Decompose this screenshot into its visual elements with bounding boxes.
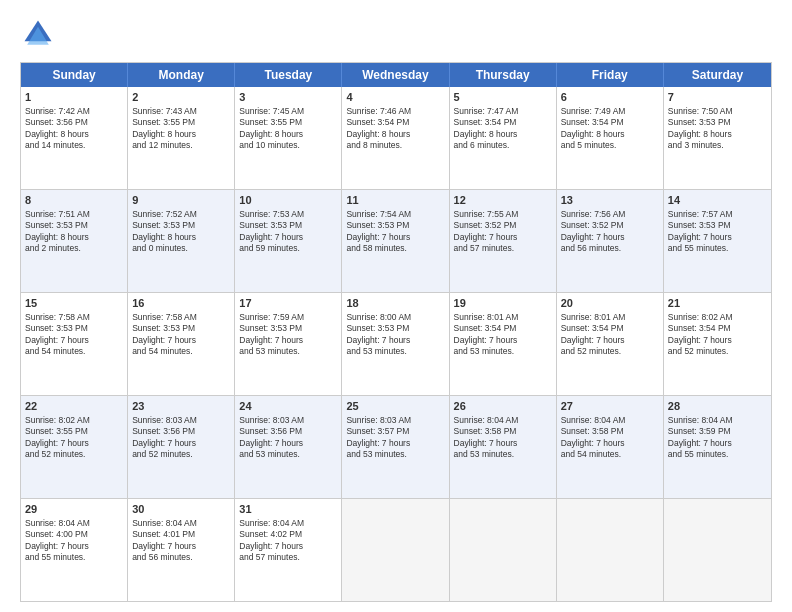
day-info: Sunrise: 8:03 AM: [132, 415, 230, 426]
day-info: Sunrise: 7:58 AM: [25, 312, 123, 323]
day-info: Daylight: 8 hours: [132, 232, 230, 243]
day-info: Daylight: 8 hours: [25, 232, 123, 243]
day-info: Sunrise: 8:00 AM: [346, 312, 444, 323]
day-info: Daylight: 8 hours: [25, 129, 123, 140]
calendar-cell: 18Sunrise: 8:00 AMSunset: 3:53 PMDayligh…: [342, 293, 449, 395]
day-info: Sunrise: 8:04 AM: [561, 415, 659, 426]
day-number: 10: [239, 193, 337, 208]
day-info: Daylight: 7 hours: [346, 335, 444, 346]
day-info: and 53 minutes.: [239, 346, 337, 357]
day-info: Daylight: 7 hours: [454, 438, 552, 449]
day-number: 13: [561, 193, 659, 208]
day-info: and 52 minutes.: [561, 346, 659, 357]
day-info: Sunrise: 7:42 AM: [25, 106, 123, 117]
day-info: Sunrise: 7:46 AM: [346, 106, 444, 117]
calendar-cell: 29Sunrise: 8:04 AMSunset: 4:00 PMDayligh…: [21, 499, 128, 601]
day-number: 5: [454, 90, 552, 105]
day-info: Sunset: 3:54 PM: [668, 323, 767, 334]
day-info: and 10 minutes.: [239, 140, 337, 151]
day-info: Sunset: 3:52 PM: [561, 220, 659, 231]
day-info: and 53 minutes.: [346, 346, 444, 357]
day-info: Sunset: 3:52 PM: [454, 220, 552, 231]
day-number: 21: [668, 296, 767, 311]
logo-icon: [20, 16, 56, 52]
day-info: Sunset: 3:53 PM: [346, 323, 444, 334]
day-number: 25: [346, 399, 444, 414]
weekday-header: Sunday: [21, 63, 128, 87]
day-info: and 56 minutes.: [132, 552, 230, 563]
day-number: 18: [346, 296, 444, 311]
calendar-cell: 1Sunrise: 7:42 AMSunset: 3:56 PMDaylight…: [21, 87, 128, 189]
day-info: Daylight: 7 hours: [132, 541, 230, 552]
day-info: Daylight: 7 hours: [561, 335, 659, 346]
calendar-cell: 27Sunrise: 8:04 AMSunset: 3:58 PMDayligh…: [557, 396, 664, 498]
day-info: and 57 minutes.: [239, 552, 337, 563]
calendar-cell: 4Sunrise: 7:46 AMSunset: 3:54 PMDaylight…: [342, 87, 449, 189]
day-info: Sunrise: 7:47 AM: [454, 106, 552, 117]
day-info: Sunrise: 7:59 AM: [239, 312, 337, 323]
day-info: and 8 minutes.: [346, 140, 444, 151]
day-info: Sunset: 3:58 PM: [454, 426, 552, 437]
day-number: 4: [346, 90, 444, 105]
calendar-cell: 3Sunrise: 7:45 AMSunset: 3:55 PMDaylight…: [235, 87, 342, 189]
day-info: Daylight: 7 hours: [454, 335, 552, 346]
day-info: Sunset: 3:54 PM: [561, 117, 659, 128]
day-info: Sunset: 3:57 PM: [346, 426, 444, 437]
header: [20, 16, 772, 52]
day-info: and 54 minutes.: [132, 346, 230, 357]
day-info: Sunrise: 7:52 AM: [132, 209, 230, 220]
calendar-cell: 14Sunrise: 7:57 AMSunset: 3:53 PMDayligh…: [664, 190, 771, 292]
day-info: Sunrise: 8:04 AM: [132, 518, 230, 529]
day-info: Sunrise: 8:04 AM: [239, 518, 337, 529]
day-info: Daylight: 7 hours: [454, 232, 552, 243]
calendar-row: 15Sunrise: 7:58 AMSunset: 3:53 PMDayligh…: [21, 293, 771, 396]
calendar-cell: 21Sunrise: 8:02 AMSunset: 3:54 PMDayligh…: [664, 293, 771, 395]
day-info: Sunset: 3:55 PM: [25, 426, 123, 437]
day-info: and 53 minutes.: [346, 449, 444, 460]
calendar-row: 22Sunrise: 8:02 AMSunset: 3:55 PMDayligh…: [21, 396, 771, 499]
calendar-cell: 5Sunrise: 7:47 AMSunset: 3:54 PMDaylight…: [450, 87, 557, 189]
calendar-row: 29Sunrise: 8:04 AMSunset: 4:00 PMDayligh…: [21, 499, 771, 601]
day-info: Sunrise: 8:02 AM: [668, 312, 767, 323]
day-info: and 52 minutes.: [132, 449, 230, 460]
calendar-cell: 2Sunrise: 7:43 AMSunset: 3:55 PMDaylight…: [128, 87, 235, 189]
day-info: Sunrise: 7:55 AM: [454, 209, 552, 220]
calendar-cell: 19Sunrise: 8:01 AMSunset: 3:54 PMDayligh…: [450, 293, 557, 395]
day-info: Daylight: 7 hours: [25, 438, 123, 449]
day-info: Sunset: 3:53 PM: [25, 220, 123, 231]
day-number: 23: [132, 399, 230, 414]
day-info: Sunset: 4:00 PM: [25, 529, 123, 540]
day-number: 30: [132, 502, 230, 517]
day-info: Sunset: 4:01 PM: [132, 529, 230, 540]
calendar-cell: 24Sunrise: 8:03 AMSunset: 3:56 PMDayligh…: [235, 396, 342, 498]
calendar-cell: 28Sunrise: 8:04 AMSunset: 3:59 PMDayligh…: [664, 396, 771, 498]
day-info: Daylight: 7 hours: [561, 232, 659, 243]
day-info: and 54 minutes.: [25, 346, 123, 357]
day-info: Sunset: 3:56 PM: [132, 426, 230, 437]
day-number: 7: [668, 90, 767, 105]
day-info: and 53 minutes.: [454, 346, 552, 357]
day-info: and 52 minutes.: [668, 346, 767, 357]
day-info: Sunrise: 7:49 AM: [561, 106, 659, 117]
weekday-header: Friday: [557, 63, 664, 87]
calendar-cell: [450, 499, 557, 601]
day-number: 8: [25, 193, 123, 208]
calendar-cell: 8Sunrise: 7:51 AMSunset: 3:53 PMDaylight…: [21, 190, 128, 292]
calendar-cell: 15Sunrise: 7:58 AMSunset: 3:53 PMDayligh…: [21, 293, 128, 395]
day-info: and 56 minutes.: [561, 243, 659, 254]
day-info: Sunrise: 8:01 AM: [561, 312, 659, 323]
day-info: Daylight: 7 hours: [346, 438, 444, 449]
day-number: 28: [668, 399, 767, 414]
calendar-cell: 13Sunrise: 7:56 AMSunset: 3:52 PMDayligh…: [557, 190, 664, 292]
calendar-row: 1Sunrise: 7:42 AMSunset: 3:56 PMDaylight…: [21, 87, 771, 190]
day-info: Daylight: 7 hours: [25, 541, 123, 552]
day-info: Daylight: 8 hours: [239, 129, 337, 140]
day-info: Sunset: 3:55 PM: [132, 117, 230, 128]
day-number: 16: [132, 296, 230, 311]
calendar-cell: 26Sunrise: 8:04 AMSunset: 3:58 PMDayligh…: [450, 396, 557, 498]
calendar-cell: 7Sunrise: 7:50 AMSunset: 3:53 PMDaylight…: [664, 87, 771, 189]
day-info: Daylight: 7 hours: [668, 335, 767, 346]
weekday-header: Thursday: [450, 63, 557, 87]
day-number: 3: [239, 90, 337, 105]
day-number: 31: [239, 502, 337, 517]
